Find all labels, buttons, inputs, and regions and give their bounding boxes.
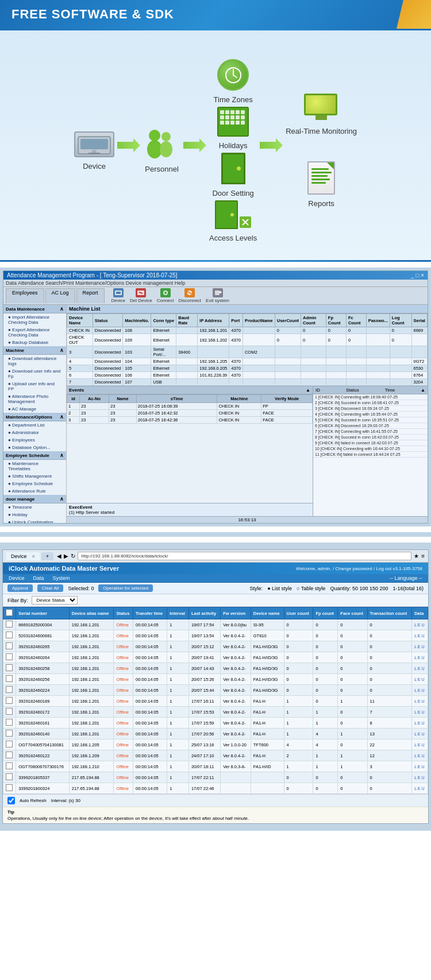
row-checkbox[interactable] [6,653,13,660]
filter-label: Filter By: [7,598,28,603]
sidebar-timetables[interactable]: ● Maintenance Timetables [3,460,66,472]
evt-col-verify: Verify Mode [261,395,313,403]
sidebar-employees[interactable]: ● Employees [3,436,66,444]
machine-table-container: Device Name Status MachineNo. Conn type … [67,313,428,386]
row-checkbox[interactable] [6,632,13,638]
tab-employees[interactable]: Employees [6,288,44,303]
row-checkbox[interactable] [6,686,13,693]
row-checkbox[interactable] [6,708,13,715]
browser-icon-star[interactable]: ★ [414,553,419,559]
web-filter-bar: Filter By: Device Status [3,594,428,607]
sidebar-dept[interactable]: ● Department List [3,421,66,429]
col-log: Log Count [390,314,411,327]
web-toolbar: Append Clear All Selected: 0 Operation f… [3,583,428,594]
tip-text: Operations, Usually only for the on-line… [7,816,424,821]
interval-label: Interval: (s) 30 [51,798,80,803]
browser-tab-new[interactable]: + [41,552,53,560]
browser-url[interactable]: http://192.168.1.88:8082/iclock/data/icl… [78,552,411,560]
btn-disconnect[interactable]: Disconnect [179,288,202,303]
table-row: 3929182460122192.168.1.209Offline00:00:1… [3,750,428,761]
browser-forward[interactable]: ▶ [64,553,68,559]
col-device-name: Device name [251,607,284,619]
row-checkbox[interactable] [6,621,13,627]
browser-icon-menu[interactable]: ≡ [421,553,425,559]
row-checkbox[interactable] [6,675,13,682]
sidebar-upload-user[interactable]: ● Upload user info and FP [3,380,66,393]
col-pass: Passwo... [366,314,390,327]
device-table-body: 66691825000304192.168.1.201Offline00:00:… [3,619,428,794]
style-list[interactable]: ● List style [267,586,292,591]
btn-clear-all[interactable]: Clear All [37,584,64,592]
sidebar-shifts[interactable]: ● Shifts Management [3,472,66,480]
sidebar-section-schedule: Employee Schedule ∧ [3,451,66,460]
sidebar-photo[interactable]: ● Attendance Photo Management [3,393,66,405]
tab-aclog[interactable]: AC Log [45,288,75,303]
sidebar-ac[interactable]: ● AC Manage [3,405,66,413]
table-row: 3929182460140192.168.1.201Offline00:00:1… [3,729,428,739]
svg-marker-15 [260,138,283,152]
browser-tab-device[interactable]: Device ✕ [6,552,40,560]
nav-device[interactable]: Device [9,575,25,581]
sidebar-att-rule[interactable]: ● Attendance Rule [3,487,66,495]
sidebar-dl-user[interactable]: ● Download user info and Fp [3,367,66,380]
sidebar-db[interactable]: ● Database Option... [3,444,66,451]
sidebar-holiday[interactable]: ● Holiday [3,511,66,518]
row-checkbox[interactable] [6,697,13,704]
nav-language[interactable]: -- Language -- [390,575,422,581]
btn-device[interactable]: Device [111,288,125,303]
nav-system[interactable]: System [53,575,70,581]
auto-refresh-checkbox[interactable] [7,797,15,804]
svg-rect-24 [215,290,220,295]
row-checkbox[interactable] [6,664,13,671]
select-all-checkbox[interactable] [6,609,13,616]
row-checkbox[interactable] [6,741,13,747]
sidebar-timezone[interactable]: ● Timezone [3,503,66,511]
header-banner: FREE SOFTWARE & SDK [0,0,431,29]
table-row: 3399201800324217.65.194.88Offline00:00:1… [3,783,428,794]
sidebar-dl-logs[interactable]: ● Download attendance logs [3,355,66,367]
filter-device-status[interactable]: Device Status [32,596,78,605]
row-checkbox[interactable] [6,784,13,791]
row-checkbox[interactable] [6,762,13,769]
style-label: Style: [250,586,263,591]
table-row: 3929182460256192.168.1.201Offline00:00:1… [3,674,428,685]
access-label: Access Levels [209,234,257,242]
style-table[interactable]: ○ Table style [297,586,325,591]
log-item: 11 [CHECK IN] failed in connect 16:44:24… [313,452,428,458]
sw-content-area: Machine List Device Name Status MachineN… [67,305,428,523]
row-checkbox[interactable] [6,642,13,649]
col-users: UserCount [275,314,301,327]
nav-data[interactable]: Data [33,575,44,581]
sidebar-import[interactable]: ● Import Attendance Checking Data [3,313,66,326]
browser-controls: ◀ ▶ ↻ http://192.168.1.88:8082/iclock/da… [57,552,425,560]
btn-append[interactable]: Append [7,584,33,592]
btn-exit[interactable]: Exit system [206,288,229,303]
col-users: User count [284,607,313,619]
browser-back[interactable]: ◀ [57,553,61,559]
row-checkbox[interactable] [6,719,13,726]
btn-del-device[interactable]: Del Device [130,288,152,303]
row-checkbox[interactable] [6,752,13,758]
sidebar-emp-schedule[interactable]: ● Employee Schedule [3,480,66,487]
browser-bar: Device ✕ + ◀ ▶ ↻ http://192.168.1.88:808… [3,550,428,563]
btn-connect[interactable]: Connect [157,288,174,303]
table-row: 3929182460189192.168.1.201Offline00:00:1… [3,696,428,707]
browser-refresh[interactable]: ↻ [71,553,75,559]
col-fw: Fw version [221,607,251,619]
evt-col-acno: Ac-No [79,395,109,403]
software-section: Attendance Management Program - [ Teng-S… [0,268,431,526]
diagram-realtime: Real-Time Monitoring [286,94,357,135]
tab-report[interactable]: Report [76,288,105,303]
row-checkbox[interactable] [6,773,13,780]
btn-operation[interactable]: Operation for selected [98,584,153,592]
col-status: Status [114,607,133,619]
col-ip: IP Address [198,314,229,327]
sw-titlebar: Attendance Management Program - [ Teng-S… [3,271,428,280]
sidebar-admin[interactable]: ● Administrator [3,429,66,436]
sidebar-backup[interactable]: ● Backup Database [3,339,66,346]
svg-rect-1 [80,139,108,149]
sidebar-unlock[interactable]: ● Unlock Combination [3,518,66,523]
table-row: CHECK OUTDisconnected109Ethernet192.168.… [67,334,428,346]
row-checkbox[interactable] [6,730,13,737]
sidebar-export[interactable]: ● Export Attendance Checking Data [3,326,66,339]
